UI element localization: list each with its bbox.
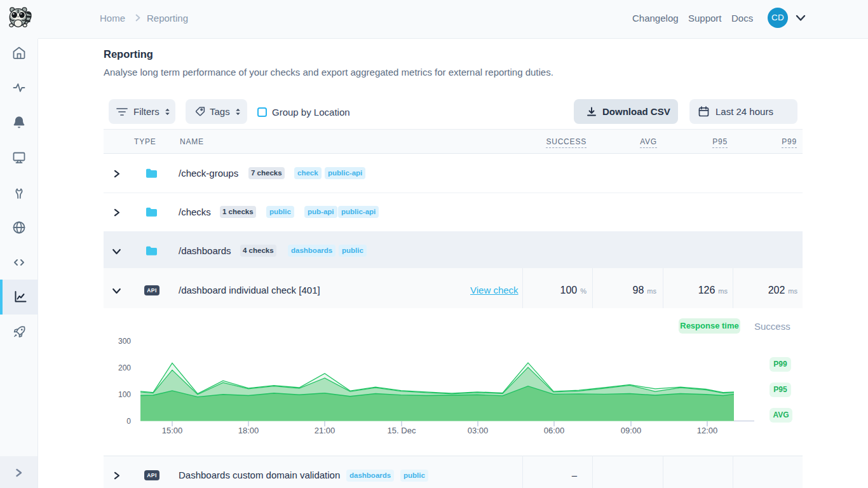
svg-text:09:00: 09:00: [621, 426, 642, 435]
svg-text:0: 0: [126, 417, 131, 426]
svg-text:200: 200: [118, 363, 131, 372]
svg-text:15:00: 15:00: [162, 426, 183, 435]
svg-text:03:00: 03:00: [468, 426, 489, 435]
svg-text:21:00: 21:00: [315, 426, 336, 435]
svg-text:100: 100: [118, 390, 131, 399]
svg-text:06:00: 06:00: [544, 426, 565, 435]
svg-text:15. Dec: 15. Dec: [388, 426, 416, 435]
svg-text:18:00: 18:00: [238, 426, 259, 435]
svg-text:12:00: 12:00: [697, 426, 718, 435]
svg-text:300: 300: [118, 337, 131, 346]
